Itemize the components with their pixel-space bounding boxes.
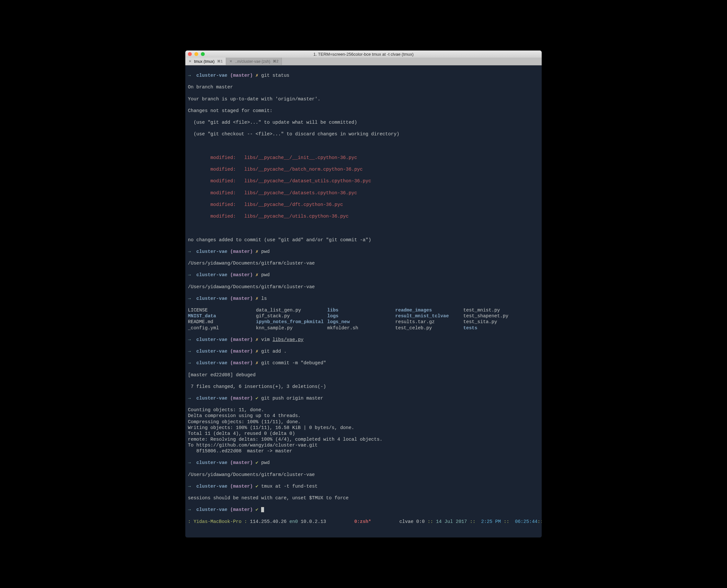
prompt-path: cluster-vae [196,73,227,78]
tab-tmux[interactable]: ✕ tmux (tmux) ⌘1 [185,58,226,65]
clean-icon: ✔ [256,507,259,512]
prompt-arrow: → [188,507,191,512]
prompt-path: cluster-vae [196,460,227,465]
tab-label: ..m/cluster-vae (zsh) [235,59,270,64]
status-sep: :: [504,519,512,524]
status-ip-public: 114.255.40.26 [247,519,290,524]
cmd-pwd: pwd [261,460,269,465]
titlebar: 1. TERM=screen-256color-bce tmux at -t c… [185,50,542,58]
tab-label: tmux (tmux) [194,59,215,64]
modified-file: modified: libs/__pycache__/batch_norm.cp… [188,166,539,172]
modified-file: modified: libs/__pycache__/dft.cpython-3… [188,202,539,208]
status-sep: :: [470,519,478,524]
close-icon[interactable]: ✕ [229,59,232,63]
prompt-branch: (master) [230,360,253,365]
prompt-branch: (master) [230,296,253,301]
prompt-path: cluster-vae [196,272,227,277]
prompt-arrow: → [188,296,191,301]
prompt-arrow: → [188,73,191,78]
status-date: 14 Jul 2017 [436,519,470,524]
tab-zsh[interactable]: ✕ ..m/cluster-vae (zsh) ⌘2 [226,58,282,65]
ls-item: README.md [188,319,256,325]
status-colon: : [244,519,247,524]
sessions-warning: sessions should be nested with care, uns… [188,495,539,501]
clean-icon: ✔ [256,396,259,401]
zoom-icon[interactable] [201,52,205,56]
cmd-git-status: git status [261,73,289,78]
prompt-path: cluster-vae [196,349,227,354]
dirty-icon: ✗ [256,73,259,78]
ls-item: knn_sample.py [256,325,327,331]
pwd-output: /Users/yidawang/Documents/gitfarm/cluste… [188,260,539,266]
push-line: To https://github.com/wangyida/cluster-v… [188,442,539,448]
prompt-branch: (master) [230,272,253,277]
terminal-body[interactable]: → cluster-vae (master) ✗ git status On b… [185,65,542,538]
push-line: Counting objects: 11, done. [188,407,539,413]
push-line: remote: Resolving deltas: 100% (4/4), co… [188,437,539,442]
close-icon[interactable] [188,52,192,56]
ls-item: _config.yml [188,325,256,331]
output-line: On branch master [188,84,539,90]
status-host: Yidas-MacBook-Pro [191,519,244,524]
push-line: Compressing objects: 100% (11/11), done. [188,419,539,425]
dirty-icon: ✗ [256,249,259,254]
ls-item: ipynb_notes_from_pkmital [256,319,327,325]
status-iface: en0 [289,519,298,524]
prompt-branch: (master) [230,507,253,512]
prompt-arrow: → [188,349,191,354]
ls-item: mkfolder.sh [327,325,395,331]
terminal-window: 1. TERM=screen-256color-bce tmux at -t c… [185,50,542,538]
dirty-icon: ✗ [256,349,259,354]
cmd-git-add: git add . [261,349,286,354]
status-time: 2:25 PM [478,519,503,524]
output-line: Changes not staged for commit: [188,108,539,114]
commit-output: 7 files changed, 6 insertions(+), 3 dele… [188,384,539,390]
ls-item: LICENSE [188,307,256,313]
prompt-path: cluster-vae [196,396,227,401]
prompt-arrow: → [188,396,191,401]
push-line: Total 11 (delta 4), reused 0 (delta 0) [188,430,539,437]
dirty-icon: ✗ [256,337,259,342]
cmd-git-commit: git commit -m "debuged" [261,360,326,365]
output-line: no changes added to commit (use "git add… [188,237,539,243]
tabbar: ✕ tmux (tmux) ⌘1 ✕ ..m/cluster-vae (zsh)… [185,58,542,65]
prompt-branch: (master) [230,396,253,401]
prompt-path: cluster-vae [196,249,227,254]
prompt-branch: (master) [230,249,253,254]
output-line: Your branch is up-to-date with 'origin/m… [188,96,539,102]
prompt-arrow: → [188,460,191,465]
status-time: 06:25:44 [512,519,538,524]
prompt-arrow: → [188,249,191,254]
push-line: Writing objects: 100% (11/11), 16.58 KiB… [188,425,539,430]
prompt-branch: (master) [230,484,253,489]
cmd-vim: vim [261,337,272,342]
dirty-icon: ✗ [256,360,259,365]
clean-icon: ✔ [256,484,259,489]
ls-item: gif_stack.py [256,313,327,319]
push-line: Delta compression using up to 4 threads. [188,413,539,419]
pwd-output: /Users/yidawang/Documents/gitfarm/cluste… [188,284,539,290]
ls-item: test_mnist.py [463,307,539,313]
clean-icon: ✔ [256,460,259,465]
modified-file: modified: libs/__pycache__/utils.cpython… [188,213,539,219]
dirty-icon: ✗ [256,296,259,301]
prompt-arrow: → [188,484,191,489]
ls-item: test_shapenet.py [463,313,539,319]
pwd-output: /Users/yidawang/Documents/gitfarm/cluste… [188,472,539,478]
minimize-icon[interactable] [195,52,198,56]
prompt-path: cluster-vae [196,507,227,512]
ls-item: readme_images [395,307,463,313]
ls-item: test_celeb.py [395,325,463,331]
status-session: clvae 0:0 [400,519,428,524]
close-icon[interactable]: ✕ [188,59,191,63]
ls-item: test_sita.py [463,319,539,325]
ls-item: libs [327,307,395,313]
cmd-tmux-at: tmux at -t fund-test [261,484,318,489]
cursor [261,507,264,512]
status-ip-local: 10.0.2.13 [298,519,326,524]
output-line: (use "git add <file>..." to update what … [188,120,539,125]
prompt-path: cluster-vae [196,337,227,342]
cmd-ls: ls [261,296,267,301]
prompt-branch: (master) [230,349,253,354]
ls-item: tests [463,325,539,331]
